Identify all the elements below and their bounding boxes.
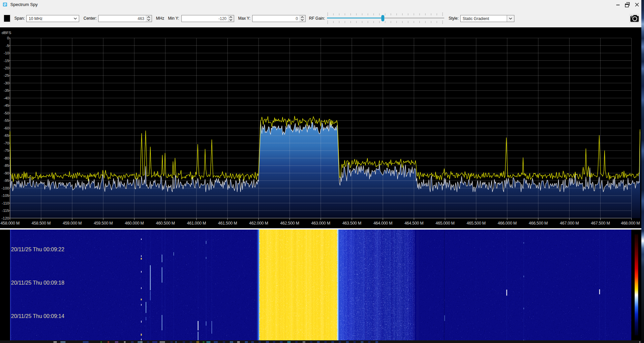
svg-text:-75: -75 [4,148,9,152]
svg-text:-90: -90 [4,171,9,175]
svg-text:460.000 M: 460.000 M [125,221,144,226]
svg-text:464.500 M: 464.500 M [405,221,424,226]
svg-text:460.500 M: 460.500 M [156,221,175,226]
svg-text:465.000 M: 465.000 M [436,221,455,226]
svg-text:459.500 M: 459.500 M [94,221,113,226]
svg-text:0: 0 [7,36,9,40]
svg-text:461.500 M: 461.500 M [218,221,237,226]
svg-text:20/11/25 Thu 00:09:18: 20/11/25 Thu 00:09:18 [11,280,64,286]
svg-text:467.000 M: 467.000 M [560,221,579,226]
svg-text:-45: -45 [4,103,9,107]
svg-text:464.000 M: 464.000 M [373,221,392,226]
svg-text:-35: -35 [4,88,9,92]
svg-text:-120: -120 [1,216,9,220]
svg-text:461.000 M: 461.000 M [187,221,206,226]
svg-text:-65: -65 [4,133,9,137]
svg-text:458.000 M: 458.000 M [1,221,20,226]
svg-text:462.500 M: 462.500 M [280,221,299,226]
svg-text:466.500 M: 466.500 M [529,221,548,226]
svg-text:-40: -40 [4,96,9,100]
svg-text:-55: -55 [4,118,9,122]
svg-text:466.000 M: 466.000 M [498,221,517,226]
svg-text:458.500 M: 458.500 M [32,221,51,226]
svg-text:462.000 M: 462.000 M [249,221,268,226]
svg-text:-30: -30 [4,81,9,85]
svg-text:20/11/25 Thu 00:09:22: 20/11/25 Thu 00:09:22 [11,247,64,252]
svg-text:463.500 M: 463.500 M [342,221,361,226]
svg-text:-50: -50 [4,111,9,115]
svg-text:468.000 M: 468.000 M [621,221,640,226]
svg-text:-5: -5 [6,44,9,48]
svg-text:459.000 M: 459.000 M [63,221,82,226]
svg-text:-80: -80 [4,156,9,160]
svg-text:-100: -100 [1,186,9,190]
svg-text:463.000 M: 463.000 M [311,221,330,226]
svg-text:467.500 M: 467.500 M [591,221,610,226]
svg-text:20/11/25 Thu 00:09:14: 20/11/25 Thu 00:09:14 [11,313,64,319]
svg-text:-70: -70 [4,141,9,145]
svg-text:-25: -25 [4,73,9,77]
svg-text:dBFS: dBFS [2,31,11,35]
svg-text:-105: -105 [1,194,9,198]
svg-text:-20: -20 [4,66,9,70]
svg-text:-60: -60 [4,126,9,130]
svg-text:-10: -10 [4,51,9,55]
svg-text:-95: -95 [4,179,9,183]
svg-text:-85: -85 [4,163,9,167]
svg-text:-15: -15 [4,59,9,63]
svg-text:-110: -110 [2,201,9,205]
svg-text:-115: -115 [2,209,9,213]
svg-text:465.500 M: 465.500 M [467,221,486,226]
